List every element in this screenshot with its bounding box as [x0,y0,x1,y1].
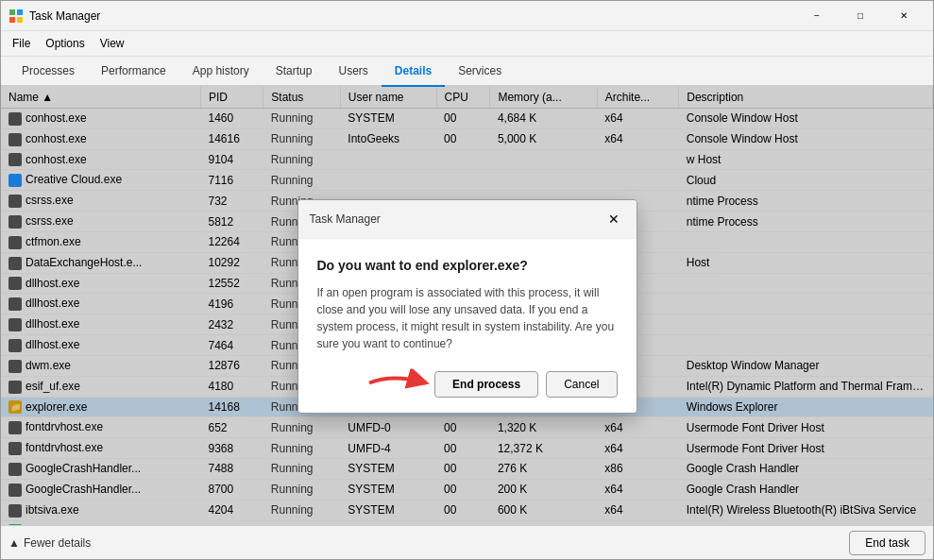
dialog-buttons: End process Cancel [317,371,618,398]
tab-services[interactable]: Services [445,57,515,87]
title-bar: Task Manager − □ ✕ [1,1,933,31]
svg-rect-2 [9,17,15,23]
tab-performance[interactable]: Performance [88,57,179,87]
maximize-button[interactable]: □ [839,1,882,31]
dialog-close-button[interactable]: ✕ [603,208,625,230]
end-process-dialog: Task Manager ✕ Do you want to end explor… [297,199,637,414]
menu-bar: File Options View [1,31,933,57]
task-manager-window: Task Manager − □ ✕ File Options View Pro… [0,0,934,560]
fewer-details-button[interactable]: ▲ Fewer details [8,536,91,550]
svg-rect-3 [17,17,23,23]
cancel-button[interactable]: Cancel [546,371,617,398]
dialog-title-bar: Task Manager ✕ [298,200,637,239]
tab-app-history[interactable]: App history [179,57,263,87]
tab-startup[interactable]: Startup [263,57,326,87]
menu-file[interactable]: File [5,33,38,54]
close-button[interactable]: ✕ [882,1,926,31]
tab-processes[interactable]: Processes [8,57,88,87]
end-process-button[interactable]: End process [434,371,538,398]
dialog-question: Do you want to end explorer.exe? [317,258,618,273]
app-icon [8,8,24,24]
svg-rect-1 [17,9,23,15]
dialog-overlay: Task Manager ✕ Do you want to end explor… [1,87,933,525]
dialog-body: Do you want to end explorer.exe? If an o… [298,239,637,413]
minimize-button[interactable]: − [795,1,839,31]
menu-view[interactable]: View [93,33,132,54]
end-task-button[interactable]: End task [849,531,926,555]
window-title: Task Manager [29,9,795,23]
window-controls: − □ ✕ [795,1,926,31]
tab-details[interactable]: Details [382,57,445,87]
arrow-indicator [365,368,440,399]
svg-rect-0 [9,9,15,15]
tab-users[interactable]: Users [325,57,381,87]
dialog-description: If an open program is associated with th… [317,284,618,352]
content-area: Name ▲ PID Status User name CPU Memory (… [1,87,933,525]
tabs-bar: Processes Performance App history Startu… [1,57,933,87]
arrow-icon [365,368,440,397]
footer: ▲ Fewer details End task [1,525,933,559]
dialog-title: Task Manager [310,212,603,226]
chevron-up-icon: ▲ [8,536,20,550]
menu-options[interactable]: Options [38,33,92,54]
fewer-details-label: Fewer details [24,536,91,550]
